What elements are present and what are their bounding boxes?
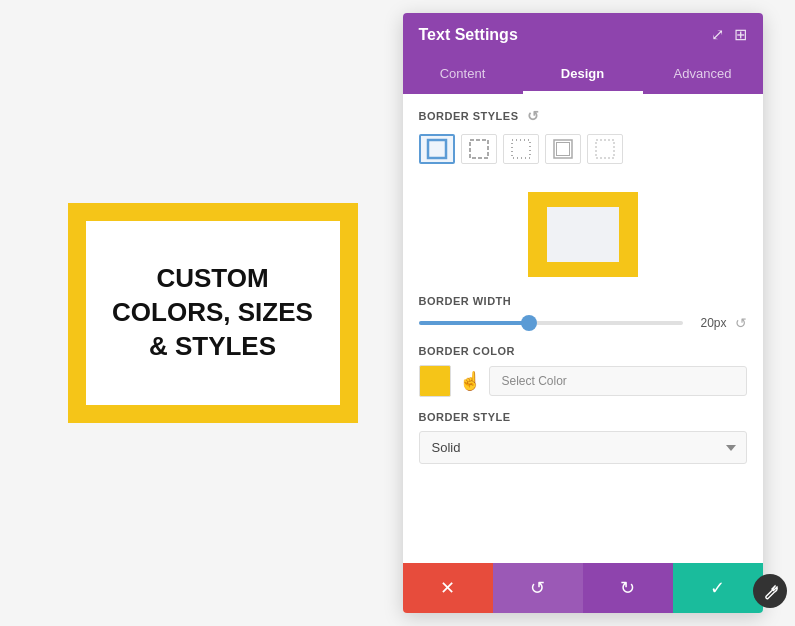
panel-preview-area [419, 180, 747, 295]
confirm-button[interactable]: ✓ [673, 563, 763, 613]
preview-text-box: CUSTOM COLORS, SIZES & STYLES [68, 203, 358, 423]
border-width-value: 20px [691, 316, 727, 330]
panel-title: Text Settings [419, 26, 518, 44]
tab-content[interactable]: Content [403, 56, 523, 94]
color-swatch[interactable] [419, 365, 451, 397]
floating-settings-icon[interactable] [753, 574, 787, 608]
svg-rect-4 [556, 143, 569, 156]
undo-button[interactable]: ↺ [493, 563, 583, 613]
panel-footer: ✕ ↺ ↻ ✓ [403, 563, 763, 613]
svg-rect-0 [428, 140, 446, 158]
tab-advanced[interactable]: Advanced [643, 56, 763, 94]
expand-icon[interactable]: ⤢ [711, 25, 724, 44]
redo-icon: ↻ [620, 577, 635, 599]
panel-preview-outer [528, 192, 638, 277]
border-style-none-btn[interactable] [587, 134, 623, 164]
panel-header: Text Settings ⤢ ⊞ [403, 13, 763, 56]
preview-area: CUSTOM COLORS, SIZES & STYLES [23, 0, 403, 626]
cancel-icon: ✕ [440, 577, 455, 599]
border-styles-row [419, 134, 747, 164]
panel-body: Border Styles ↺ [403, 94, 763, 563]
slider-row: 20px ↺ [419, 315, 747, 331]
preview-text: CUSTOM COLORS, SIZES & STYLES [112, 262, 313, 363]
border-style-solid-btn[interactable] [419, 134, 455, 164]
border-color-label: Border Color [419, 345, 747, 357]
border-width-label: Border Width [419, 295, 747, 307]
color-row: ☝ Select Color [419, 365, 747, 397]
border-styles-section: Border Styles ↺ [419, 108, 747, 124]
grid-icon[interactable]: ⊞ [734, 25, 747, 44]
cursor-icon: ☝ [459, 370, 481, 392]
slider-track[interactable] [419, 321, 683, 325]
wrench-icon [761, 582, 779, 600]
panel-header-icons: ⤢ ⊞ [711, 25, 747, 44]
border-color-field: Border Color ☝ Select Color [419, 345, 747, 397]
redo-button[interactable]: ↻ [583, 563, 673, 613]
panel-preview-inner [547, 207, 619, 262]
border-style-field: Border Style None Solid Dashed Dotted Do… [419, 411, 747, 464]
slider-thumb[interactable] [521, 315, 537, 331]
svg-rect-2 [512, 140, 530, 158]
border-styles-reset-icon[interactable]: ↺ [527, 108, 540, 124]
svg-rect-1 [470, 140, 488, 158]
border-width-field: Border Width 20px ↺ [419, 295, 747, 331]
border-style-label: Border Style [419, 411, 747, 423]
border-style-dotted-btn[interactable] [503, 134, 539, 164]
svg-rect-5 [596, 140, 614, 158]
confirm-icon: ✓ [710, 577, 725, 599]
border-style-dashed-btn[interactable] [461, 134, 497, 164]
select-color-button[interactable]: Select Color [489, 366, 747, 396]
slider-reset-icon[interactable]: ↺ [735, 315, 747, 331]
border-style-double-btn[interactable] [545, 134, 581, 164]
cancel-button[interactable]: ✕ [403, 563, 493, 613]
undo-icon: ↺ [530, 577, 545, 599]
settings-panel: Text Settings ⤢ ⊞ Content Design Advance… [403, 13, 763, 613]
border-styles-label: Border Styles [419, 110, 519, 122]
slider-fill [419, 321, 530, 325]
tabs-bar: Content Design Advanced [403, 56, 763, 94]
tab-design[interactable]: Design [523, 56, 643, 94]
border-style-select[interactable]: None Solid Dashed Dotted Double [419, 431, 747, 464]
